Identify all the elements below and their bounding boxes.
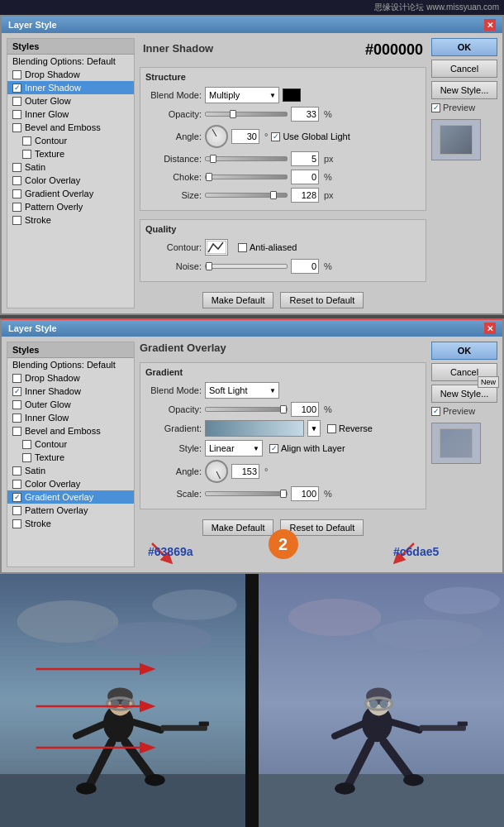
color-swatch-1[interactable] [283, 88, 301, 102]
make-default-btn-2[interactable]: Make Default [202, 519, 274, 536]
checkbox-stroke-1[interactable] [12, 216, 21, 225]
distance-row-1: Distance: px [145, 151, 421, 166]
styles-item-drop-shadow-2[interactable]: Drop Shadow [7, 371, 134, 385]
checkbox-bevel-emboss-2[interactable] [12, 427, 21, 436]
styles-item-bevel-emboss-1[interactable]: Bevel and Emboss [7, 121, 134, 134]
checkbox-inner-glow-1[interactable] [12, 110, 21, 119]
checkbox-inner-shadow-2[interactable]: ✓ [12, 387, 21, 396]
angle-dial-2[interactable] [205, 460, 228, 483]
align-with-layer-label[interactable]: ✓ Align with Layer [269, 443, 345, 453]
scale-slider[interactable] [205, 491, 288, 496]
checkbox-inner-shadow-1[interactable]: ✓ [12, 84, 21, 93]
gradient-dropdown-btn[interactable]: ▼ [307, 420, 321, 437]
angle-input-2[interactable] [231, 464, 259, 479]
checkbox-texture-1[interactable] [22, 150, 31, 159]
reverse-checkbox[interactable] [327, 424, 336, 433]
checkbox-outer-glow-2[interactable] [12, 400, 21, 409]
checkbox-gradient-overlay-2[interactable]: ✓ [12, 493, 21, 502]
make-default-btn-1[interactable]: Make Default [202, 292, 274, 308]
choke-slider-1[interactable] [205, 174, 288, 179]
new-style-button-1[interactable]: New Style... [431, 81, 497, 99]
checkbox-satin-1[interactable] [12, 163, 21, 172]
styles-item-stroke-2[interactable]: Stroke [7, 517, 134, 530]
noise-unit: % [324, 261, 332, 271]
close-button-1[interactable]: ✕ [484, 19, 496, 31]
styles-item-outer-glow-1[interactable]: Outer Glow [7, 94, 134, 108]
styles-item-inner-glow-2[interactable]: Inner Glow [7, 411, 134, 424]
styles-item-contour-2[interactable]: Contour [7, 437, 134, 451]
opacity-input-2[interactable] [291, 402, 319, 417]
styles-item-pattern-overlay-2[interactable]: Pattern Overlay [7, 504, 134, 517]
styles-item-color-overlay-2[interactable]: Color Overlay [7, 477, 134, 490]
reverse-label[interactable]: Reverse [327, 423, 373, 433]
size-input-1[interactable] [291, 188, 319, 203]
checkbox-pattern-overlay-2[interactable] [12, 506, 21, 515]
preview-checkbox-1[interactable]: ✓ [431, 103, 440, 112]
gradient-preview[interactable] [205, 420, 304, 437]
contour-thumbnail[interactable] [205, 239, 228, 256]
checkbox-color-overlay-2[interactable] [12, 480, 21, 489]
noise-input[interactable] [291, 259, 319, 274]
scale-input[interactable] [291, 486, 319, 501]
styles-item-inner-shadow-1[interactable]: ✓ Inner Shadow [7, 81, 134, 94]
ok-button-1[interactable]: OK [431, 38, 497, 56]
cancel-button-1[interactable]: Cancel [431, 60, 497, 78]
anti-aliased-label[interactable]: Anti-aliased [238, 242, 297, 252]
anti-aliased-checkbox[interactable] [238, 243, 247, 252]
close-button-2[interactable]: ✕ [484, 323, 496, 334]
checkbox-bevel-emboss-1[interactable] [12, 123, 21, 132]
styles-item-stroke-1[interactable]: Stroke [7, 213, 134, 227]
checkbox-drop-shadow-2[interactable] [12, 374, 21, 383]
use-global-light-checkbox-1[interactable]: ✓ [271, 132, 280, 141]
distance-input-1[interactable] [291, 151, 319, 166]
styles-item-gradient-overlay-1[interactable]: Gradient Overlay [7, 187, 134, 200]
reset-to-default-btn-1[interactable]: Reset to Default [280, 292, 364, 308]
styles-blending-options-1[interactable]: Blending Options: Default [7, 55, 134, 68]
blend-mode-dropdown-2[interactable]: Soft Light [205, 382, 279, 399]
styles-panel-2: Styles Blending Options: Default Drop Sh… [7, 342, 135, 567]
size-slider-1[interactable] [205, 193, 288, 198]
styles-item-gradient-overlay-2[interactable]: ✓ Gradient Overlay [7, 490, 134, 504]
noise-slider[interactable] [205, 264, 288, 269]
angle-input-1[interactable] [231, 129, 259, 144]
checkbox-stroke-2[interactable] [12, 519, 21, 528]
checkbox-texture-2[interactable] [22, 453, 31, 462]
styles-blending-options-2[interactable]: Blending Options: Default [7, 358, 134, 371]
ok-button-2[interactable]: OK [431, 342, 497, 360]
styles-item-inner-shadow-2[interactable]: ✓ Inner Shadow [7, 385, 134, 398]
dialog-layer-style-1: Layer Style ✕ Styles Blending Options: D… [0, 15, 504, 315]
styles-item-inner-glow-1[interactable]: Inner Glow [7, 108, 134, 121]
styles-item-satin-1[interactable]: Satin [7, 160, 134, 174]
checkbox-contour-2[interactable] [22, 440, 31, 449]
checkbox-satin-2[interactable] [12, 466, 21, 476]
checkbox-inner-glow-2[interactable] [12, 414, 21, 423]
styles-item-bevel-emboss-2[interactable]: Bevel and Emboss [7, 424, 134, 437]
style-dropdown[interactable]: Linear [205, 440, 263, 457]
styles-item-texture-2[interactable]: Texture [7, 451, 134, 464]
choke-input-1[interactable] [291, 170, 319, 184]
opacity-slider-2[interactable] [205, 407, 288, 412]
checkbox-drop-shadow-1[interactable] [12, 70, 21, 79]
use-global-light-label-1[interactable]: ✓ Use Global Light [271, 131, 349, 141]
styles-item-drop-shadow-1[interactable]: Drop Shadow [7, 68, 134, 81]
blend-mode-dropdown[interactable]: Multiply [205, 87, 279, 103]
distance-slider-1[interactable] [205, 156, 288, 161]
styles-item-texture-1[interactable]: Texture [7, 147, 134, 160]
align-with-layer-checkbox[interactable]: ✓ [269, 444, 278, 453]
checkbox-outer-glow-1[interactable] [12, 97, 21, 106]
styles-item-satin-2[interactable]: Satin [7, 464, 134, 477]
checkbox-gradient-overlay-1[interactable] [12, 189, 21, 198]
angle-dial-1[interactable] [205, 125, 228, 148]
opacity-input-1[interactable] [291, 107, 319, 122]
styles-item-color-overlay-1[interactable]: Color Overlay [7, 174, 134, 187]
styles-panel-title-1: Styles [7, 39, 134, 55]
styles-item-outer-glow-2[interactable]: Outer Glow [7, 398, 134, 411]
styles-item-contour-1[interactable]: Contour [7, 134, 134, 147]
checkbox-pattern-overlay-1[interactable] [12, 203, 21, 212]
styles-item-pattern-overlay-1[interactable]: Pattern Overly [7, 200, 134, 213]
checkbox-contour-1[interactable] [22, 136, 31, 146]
opacity-slider-1[interactable] [205, 112, 288, 117]
checkbox-color-overlay-1[interactable] [12, 176, 21, 185]
angle-deg-1: ° [264, 131, 268, 141]
preview-checkbox-2[interactable]: ✓ [431, 407, 440, 416]
